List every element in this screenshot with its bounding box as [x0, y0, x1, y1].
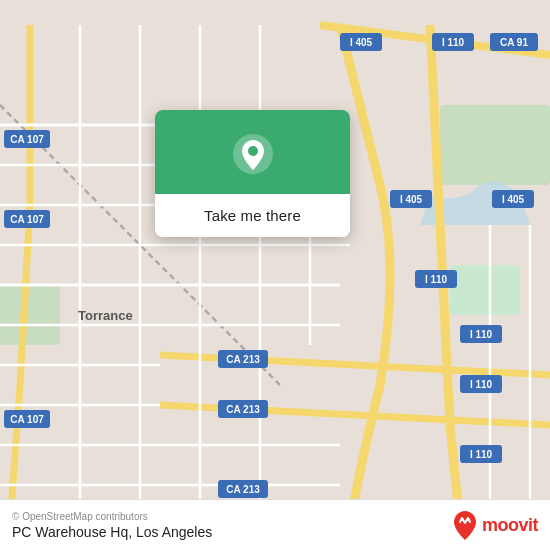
take-me-there-button[interactable]: Take me there [155, 194, 350, 237]
location-popup: Take me there [155, 110, 350, 237]
svg-text:I 110: I 110 [470, 329, 493, 340]
svg-text:I 405: I 405 [400, 194, 423, 205]
attribution-text: © OpenStreetMap contributors [12, 511, 212, 522]
map-container: CA 91 I 405 I 405 I 110 I 405 CA 107 CA … [0, 0, 550, 550]
moovit-text: moovit [482, 515, 538, 536]
moovit-pin-icon [452, 510, 478, 540]
bottom-info: © OpenStreetMap contributors PC Warehous… [12, 511, 212, 540]
svg-text:I 405: I 405 [350, 37, 373, 48]
svg-text:I 110: I 110 [470, 449, 493, 460]
location-pin-icon [231, 132, 275, 176]
svg-text:CA 107: CA 107 [10, 214, 44, 225]
svg-point-56 [248, 146, 258, 156]
svg-text:I 110: I 110 [425, 274, 448, 285]
svg-text:CA 107: CA 107 [10, 134, 44, 145]
svg-text:CA 107: CA 107 [10, 414, 44, 425]
svg-rect-1 [0, 285, 60, 345]
svg-text:CA 213: CA 213 [226, 404, 260, 415]
svg-rect-2 [440, 105, 550, 185]
svg-text:I 110: I 110 [470, 379, 493, 390]
svg-text:Torrance: Torrance [78, 308, 133, 323]
location-label: PC Warehouse Hq, Los Angeles [12, 524, 212, 540]
popup-header [155, 110, 350, 194]
moovit-logo: moovit [452, 510, 538, 540]
map-background: CA 91 I 405 I 405 I 110 I 405 CA 107 CA … [0, 0, 550, 550]
svg-text:CA 213: CA 213 [226, 484, 260, 495]
svg-rect-3 [450, 265, 520, 315]
svg-text:I 110: I 110 [442, 37, 465, 48]
svg-text:CA 213: CA 213 [226, 354, 260, 365]
svg-text:I 405: I 405 [502, 194, 525, 205]
svg-text:CA 91: CA 91 [500, 37, 528, 48]
bottom-bar: © OpenStreetMap contributors PC Warehous… [0, 499, 550, 550]
